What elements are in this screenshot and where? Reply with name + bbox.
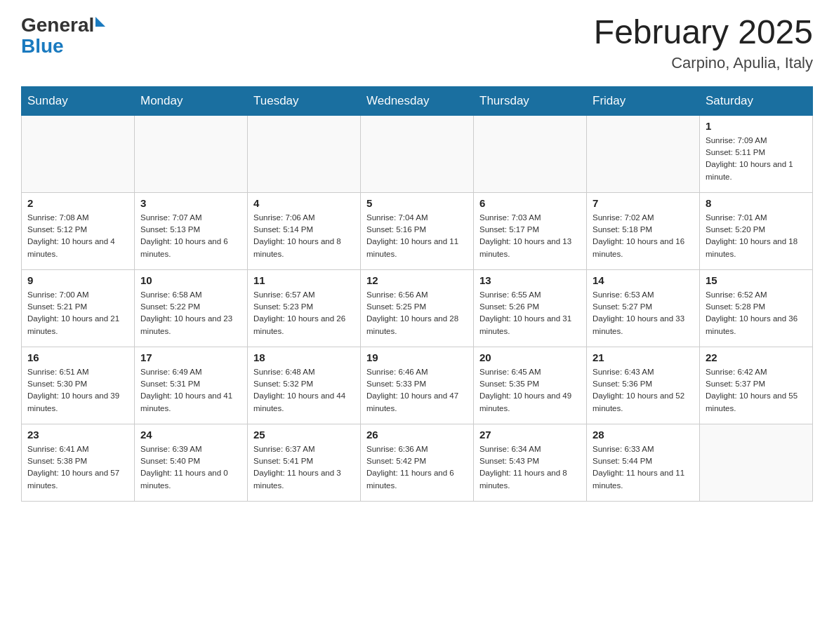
day-cell: 3Sunrise: 7:07 AMSunset: 5:13 PMDaylight… <box>135 192 248 269</box>
day-info: Sunrise: 7:06 AMSunset: 5:14 PMDaylight:… <box>253 212 355 260</box>
day-cell: 9Sunrise: 7:00 AMSunset: 5:21 PMDaylight… <box>22 269 135 347</box>
day-cell: 16Sunrise: 6:51 AMSunset: 5:30 PMDayligh… <box>22 347 135 424</box>
logo-general: General <box>21 14 94 36</box>
day-number: 15 <box>706 274 807 286</box>
day-info: Sunrise: 6:36 AMSunset: 5:42 PMDaylight:… <box>366 443 468 492</box>
day-number: 5 <box>366 197 468 209</box>
day-number: 6 <box>479 197 581 209</box>
day-info: Sunrise: 7:04 AMSunset: 5:16 PMDaylight:… <box>366 212 468 260</box>
week-row-2: 2Sunrise: 7:08 AMSunset: 5:12 PMDaylight… <box>22 192 813 269</box>
day-cell: 17Sunrise: 6:49 AMSunset: 5:31 PMDayligh… <box>135 347 248 424</box>
day-number: 24 <box>140 429 241 441</box>
day-cell: 10Sunrise: 6:58 AMSunset: 5:22 PMDayligh… <box>135 269 248 347</box>
day-number: 2 <box>27 197 128 209</box>
day-cell <box>474 115 587 192</box>
day-info: Sunrise: 6:34 AMSunset: 5:43 PMDaylight:… <box>479 443 581 492</box>
day-cell: 1Sunrise: 7:09 AMSunset: 5:11 PMDaylight… <box>700 115 813 192</box>
header-cell-sunday: Sunday <box>22 86 135 115</box>
day-cell: 24Sunrise: 6:39 AMSunset: 5:40 PMDayligh… <box>135 424 248 501</box>
day-info: Sunrise: 7:00 AMSunset: 5:21 PMDaylight:… <box>27 289 128 337</box>
day-info: Sunrise: 7:09 AMSunset: 5:11 PMDaylight:… <box>706 135 807 183</box>
day-cell: 25Sunrise: 6:37 AMSunset: 5:41 PMDayligh… <box>248 424 361 501</box>
day-cell: 15Sunrise: 6:52 AMSunset: 5:28 PMDayligh… <box>700 269 813 347</box>
day-info: Sunrise: 7:02 AMSunset: 5:18 PMDaylight:… <box>593 212 694 260</box>
day-cell: 20Sunrise: 6:45 AMSunset: 5:35 PMDayligh… <box>474 347 587 424</box>
header-cell-tuesday: Tuesday <box>248 86 361 115</box>
header-cell-friday: Friday <box>587 86 700 115</box>
day-cell <box>135 115 248 192</box>
calendar-table: SundayMondayTuesdayWednesdayThursdayFrid… <box>21 86 813 502</box>
day-cell: 22Sunrise: 6:42 AMSunset: 5:37 PMDayligh… <box>700 347 813 424</box>
day-cell: 2Sunrise: 7:08 AMSunset: 5:12 PMDaylight… <box>22 192 135 269</box>
day-cell: 5Sunrise: 7:04 AMSunset: 5:16 PMDaylight… <box>361 192 474 269</box>
day-number: 20 <box>479 351 581 363</box>
title-block: February 2025 Carpino, Apulia, Italy <box>594 14 813 72</box>
day-cell: 18Sunrise: 6:48 AMSunset: 5:32 PMDayligh… <box>248 347 361 424</box>
day-info: Sunrise: 6:48 AMSunset: 5:32 PMDaylight:… <box>253 366 355 415</box>
week-row-3: 9Sunrise: 7:00 AMSunset: 5:21 PMDaylight… <box>22 269 813 347</box>
day-number: 4 <box>253 197 355 209</box>
calendar-body: 1Sunrise: 7:09 AMSunset: 5:11 PMDaylight… <box>22 115 813 501</box>
day-info: Sunrise: 6:58 AMSunset: 5:22 PMDaylight:… <box>140 289 241 337</box>
week-row-5: 23Sunrise: 6:41 AMSunset: 5:38 PMDayligh… <box>22 424 813 501</box>
day-info: Sunrise: 6:39 AMSunset: 5:40 PMDaylight:… <box>140 443 241 492</box>
day-info: Sunrise: 7:03 AMSunset: 5:17 PMDaylight:… <box>479 212 581 260</box>
header-cell-saturday: Saturday <box>700 86 813 115</box>
logo: General Blue <box>21 14 105 58</box>
day-info: Sunrise: 6:33 AMSunset: 5:44 PMDaylight:… <box>593 443 694 492</box>
day-info: Sunrise: 6:45 AMSunset: 5:35 PMDaylight:… <box>479 366 581 415</box>
day-cell: 4Sunrise: 7:06 AMSunset: 5:14 PMDaylight… <box>248 192 361 269</box>
day-info: Sunrise: 6:56 AMSunset: 5:25 PMDaylight:… <box>366 289 468 337</box>
day-number: 12 <box>366 274 468 286</box>
day-info: Sunrise: 7:07 AMSunset: 5:13 PMDaylight:… <box>140 212 241 260</box>
day-info: Sunrise: 6:46 AMSunset: 5:33 PMDaylight:… <box>366 366 468 415</box>
day-number: 8 <box>706 197 807 209</box>
day-number: 18 <box>253 351 355 363</box>
header-cell-monday: Monday <box>135 86 248 115</box>
day-cell: 28Sunrise: 6:33 AMSunset: 5:44 PMDayligh… <box>587 424 700 501</box>
day-number: 11 <box>253 274 355 286</box>
day-number: 26 <box>366 429 468 441</box>
header-cell-thursday: Thursday <box>474 86 587 115</box>
day-number: 22 <box>706 351 807 363</box>
day-cell: 26Sunrise: 6:36 AMSunset: 5:42 PMDayligh… <box>361 424 474 501</box>
day-number: 25 <box>253 429 355 441</box>
day-cell <box>248 115 361 192</box>
day-info: Sunrise: 6:57 AMSunset: 5:23 PMDaylight:… <box>253 289 355 337</box>
day-cell: 6Sunrise: 7:03 AMSunset: 5:17 PMDaylight… <box>474 192 587 269</box>
day-number: 17 <box>140 351 241 363</box>
day-number: 16 <box>27 351 128 363</box>
day-number: 23 <box>27 429 128 441</box>
day-number: 7 <box>593 197 694 209</box>
day-info: Sunrise: 6:37 AMSunset: 5:41 PMDaylight:… <box>253 443 355 492</box>
day-info: Sunrise: 6:49 AMSunset: 5:31 PMDaylight:… <box>140 366 241 415</box>
day-cell: 23Sunrise: 6:41 AMSunset: 5:38 PMDayligh… <box>22 424 135 501</box>
day-info: Sunrise: 6:53 AMSunset: 5:27 PMDaylight:… <box>593 289 694 337</box>
day-info: Sunrise: 6:43 AMSunset: 5:36 PMDaylight:… <box>593 366 694 415</box>
day-info: Sunrise: 7:01 AMSunset: 5:20 PMDaylight:… <box>706 212 807 260</box>
header-row: SundayMondayTuesdayWednesdayThursdayFrid… <box>22 86 813 115</box>
day-number: 10 <box>140 274 241 286</box>
page-subtitle: Carpino, Apulia, Italy <box>594 54 813 72</box>
logo-arrow-icon <box>95 17 105 27</box>
day-cell: 13Sunrise: 6:55 AMSunset: 5:26 PMDayligh… <box>474 269 587 347</box>
day-cell <box>22 115 135 192</box>
calendar-header: SundayMondayTuesdayWednesdayThursdayFrid… <box>22 86 813 115</box>
day-info: Sunrise: 6:51 AMSunset: 5:30 PMDaylight:… <box>27 366 128 415</box>
day-cell: 19Sunrise: 6:46 AMSunset: 5:33 PMDayligh… <box>361 347 474 424</box>
day-cell: 8Sunrise: 7:01 AMSunset: 5:20 PMDaylight… <box>700 192 813 269</box>
day-cell: 21Sunrise: 6:43 AMSunset: 5:36 PMDayligh… <box>587 347 700 424</box>
day-number: 21 <box>593 351 694 363</box>
day-cell: 27Sunrise: 6:34 AMSunset: 5:43 PMDayligh… <box>474 424 587 501</box>
logo-blue: Blue <box>21 35 105 58</box>
day-number: 1 <box>706 120 807 132</box>
page-title: February 2025 <box>594 14 813 51</box>
day-info: Sunrise: 7:08 AMSunset: 5:12 PMDaylight:… <box>27 212 128 260</box>
day-info: Sunrise: 6:55 AMSunset: 5:26 PMDaylight:… <box>479 289 581 337</box>
day-number: 19 <box>366 351 468 363</box>
week-row-4: 16Sunrise: 6:51 AMSunset: 5:30 PMDayligh… <box>22 347 813 424</box>
day-cell <box>361 115 474 192</box>
header-cell-wednesday: Wednesday <box>361 86 474 115</box>
week-row-1: 1Sunrise: 7:09 AMSunset: 5:11 PMDaylight… <box>22 115 813 192</box>
day-number: 3 <box>140 197 241 209</box>
